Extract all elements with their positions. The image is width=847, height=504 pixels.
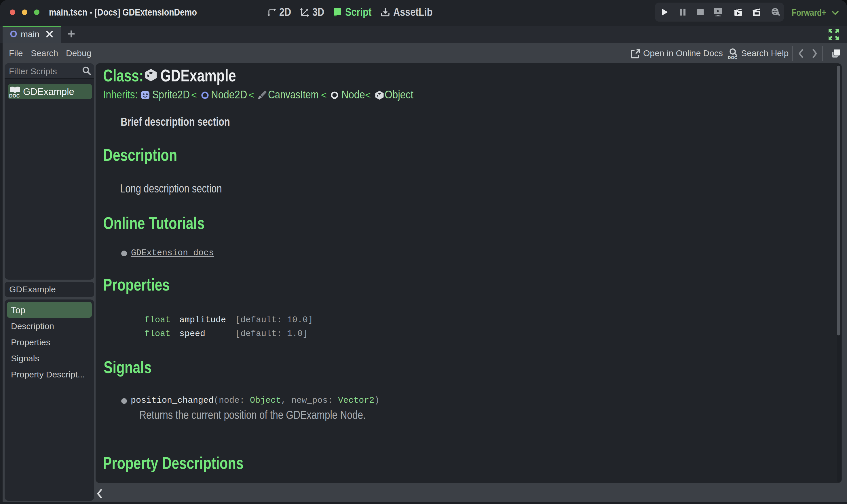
svg-text:DOC: DOC <box>9 93 20 98</box>
svg-text:DOC: DOC <box>728 55 737 60</box>
